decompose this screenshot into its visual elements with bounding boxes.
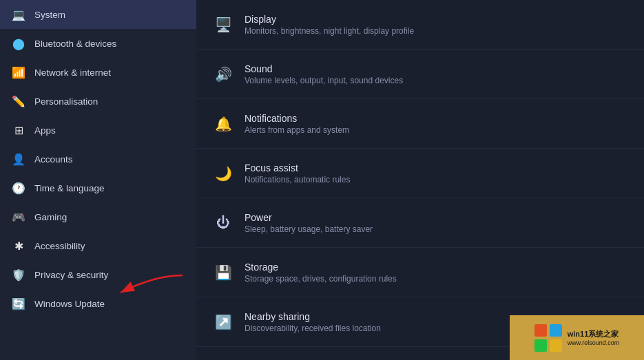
display-title: Display [245, 14, 414, 25]
nearby-subtitle: Discoverability, received files location [245, 324, 381, 333]
sidebar-label-personalisation: Personalisation [34, 96, 98, 107]
settings-row-power[interactable]: ⏻ Power Sleep, battery usage, battery sa… [196, 198, 644, 248]
display-text: Display Monitors, brightness, night ligh… [245, 14, 414, 36]
watermark-text: win11系统之家 www.relsound.com [568, 329, 620, 346]
notifications-title: Notifications [245, 113, 349, 124]
sidebar-label-privacy: Privacy & security [34, 270, 108, 280]
sidebar-label-update: Windows Update [34, 299, 105, 309]
svg-rect-2 [550, 324, 562, 337]
sidebar-item-system[interactable]: 💻 System [0, 0, 196, 29]
sound-text: Sound Volume levels, output, input, soun… [245, 63, 403, 85]
notifications-text: Notifications Alerts from apps and syste… [245, 113, 349, 135]
sidebar-item-bluetooth[interactable]: ⬤ Bluetooth & devices [0, 29, 196, 58]
watermark-line2: www.relsound.com [568, 339, 620, 346]
power-text: Power Sleep, battery usage, battery save… [245, 212, 373, 234]
settings-row-notifications[interactable]: 🔔 Notifications Alerts from apps and sys… [196, 99, 644, 149]
privacy-icon: 🛡️ [11, 267, 26, 282]
network-icon: 📶 [11, 65, 26, 80]
svg-rect-3 [534, 339, 547, 352]
focus-subtitle: Notifications, automatic rules [245, 175, 350, 184]
sidebar-label-time: Time & language [34, 183, 105, 193]
svg-rect-1 [534, 324, 547, 337]
sidebar-label-system: System [34, 10, 65, 20]
notifications-subtitle: Alerts from apps and system [245, 125, 349, 135]
display-subtitle: Monitors, brightness, night light, displ… [245, 26, 414, 36]
nearby-title: Nearby sharing [245, 311, 381, 322]
sidebar-item-apps[interactable]: ⊞ Apps [0, 116, 196, 145]
sidebar-item-personalisation[interactable]: ✏️ Personalisation [0, 87, 196, 116]
sidebar-label-network: Network & internet [34, 67, 111, 78]
sidebar-item-accessibility[interactable]: ✱ Accessibility [0, 231, 196, 260]
sidebar-item-privacy[interactable]: 🛡️ Privacy & security [0, 260, 196, 289]
svg-rect-4 [550, 339, 562, 352]
power-icon: ⏻ [213, 213, 233, 233]
power-title: Power [245, 212, 373, 223]
update-icon: 🔄 [11, 296, 26, 311]
system-icon: 💻 [11, 7, 26, 22]
sidebar-label-accessibility: Accessibility [34, 241, 85, 251]
sidebar-label-bluetooth: Bluetooth & devices [34, 39, 116, 49]
storage-text: Storage Storage space, drives, configura… [245, 262, 397, 284]
focus-text: Focus assist Notifications, automatic ru… [245, 162, 350, 184]
watermark-logo [534, 324, 562, 352]
sidebar-item-accounts[interactable]: 👤 Accounts [0, 145, 196, 173]
sound-subtitle: Volume levels, output, input, sound devi… [245, 76, 403, 85]
accounts-icon: 👤 [11, 151, 26, 167]
focus-title: Focus assist [245, 162, 350, 173]
sidebar-item-update[interactable]: 🔄 Windows Update [0, 289, 196, 318]
apps-icon: ⊞ [11, 123, 26, 138]
watermark-line1: win11系统之家 [568, 329, 620, 339]
storage-subtitle: Storage space, drives, configuration rul… [245, 274, 397, 284]
main-content: 🖥️ Display Monitors, brightness, night l… [196, 0, 644, 360]
sidebar-item-time[interactable]: 🕐 Time & language [0, 173, 196, 202]
display-icon: 🖥️ [213, 14, 233, 35]
sidebar-item-network[interactable]: 📶 Network & internet [0, 58, 196, 87]
personalisation-icon: ✏️ [11, 94, 26, 109]
watermark: win11系统之家 www.relsound.com [510, 315, 644, 360]
settings-row-focus[interactable]: 🌙 Focus assist Notifications, automatic … [196, 149, 644, 198]
sidebar-label-accounts: Accounts [34, 154, 73, 165]
sidebar-item-gaming[interactable]: 🎮 Gaming [0, 202, 196, 231]
accessibility-icon: ✱ [11, 238, 26, 253]
settings-row-sound[interactable]: 🔊 Sound Volume levels, output, input, so… [196, 50, 644, 99]
sound-icon: 🔊 [213, 64, 233, 85]
storage-icon: 💾 [213, 262, 233, 283]
gaming-icon: 🎮 [11, 209, 26, 224]
time-icon: 🕐 [11, 180, 26, 195]
nearby-icon: ↗️ [213, 312, 233, 332]
settings-row-display[interactable]: 🖥️ Display Monitors, brightness, night l… [196, 0, 644, 50]
power-subtitle: Sleep, battery usage, battery saver [245, 224, 373, 234]
sidebar-label-gaming: Gaming [34, 212, 67, 222]
settings-row-storage[interactable]: 💾 Storage Storage space, drives, configu… [196, 248, 644, 297]
notifications-icon: 🔔 [213, 114, 233, 134]
sidebar: 💻 System ⬤ Bluetooth & devices 📶 Network… [0, 0, 196, 360]
nearby-text: Nearby sharing Discoverability, received… [245, 311, 381, 333]
sound-title: Sound [245, 63, 403, 74]
focus-icon: 🌙 [213, 163, 233, 184]
storage-title: Storage [245, 262, 397, 273]
bluetooth-icon: ⬤ [11, 36, 26, 51]
sidebar-label-apps: Apps [34, 125, 56, 136]
